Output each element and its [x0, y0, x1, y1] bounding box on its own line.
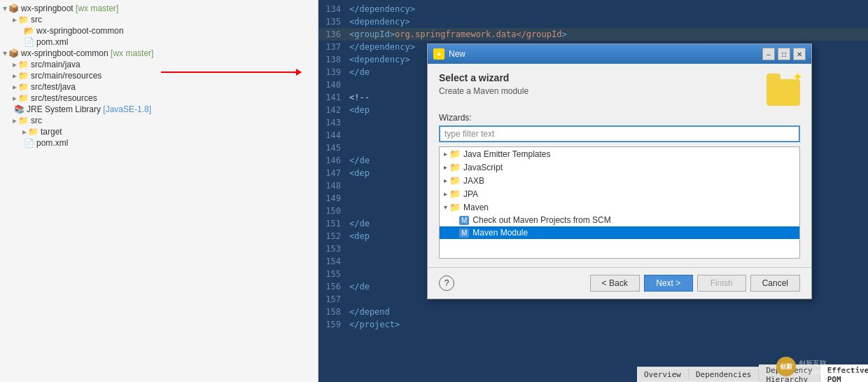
- wizard-group-header[interactable]: ▸📁JavaScript: [440, 161, 799, 174]
- tree-label: wx-springboot-common [wx master]: [21, 48, 153, 58]
- wizard-group-header[interactable]: ▸📁JPA: [440, 187, 799, 200]
- wizard-group-header[interactable]: ▾📁Maven: [440, 200, 799, 214]
- tree-item[interactable]: 📄pom.xml: [0, 137, 318, 149]
- tree-label: src/main/java: [31, 60, 80, 69]
- next-button[interactable]: Next >: [644, 275, 693, 292]
- line-number: 139: [318, 66, 346, 79]
- line-number: 141: [318, 91, 346, 104]
- group-chevron: ▸: [444, 177, 447, 184]
- tree-item[interactable]: ▸ 📁src: [0, 14, 318, 25]
- watermark: 创新 创新互联 CHUANGANG KEJI LIAN: [776, 357, 862, 376]
- line-number: 147: [318, 167, 346, 179]
- tree-label: JRE System Library [JavaSE-1.8]: [27, 104, 151, 114]
- dialog-titlebar: ✦ New – □ ✕: [428, 44, 811, 64]
- tree-item[interactable]: 📚JRE System Library [JavaSE-1.8]: [0, 104, 318, 115]
- group-folder-icon: 📁: [449, 202, 461, 212]
- code-line: 158 </depend: [318, 306, 868, 318]
- finish-button[interactable]: Finish: [697, 275, 746, 292]
- wizard-list: ▸📁Java Emitter Templates▸📁JavaScript▸📁JA…: [439, 146, 800, 259]
- tree-label: wx-springboot-common: [36, 26, 124, 36]
- line-number: 153: [318, 243, 346, 255]
- file-icon: 📄: [24, 37, 34, 47]
- tree-chevron: ▸: [13, 71, 17, 81]
- tree-item[interactable]: 📂wx-springboot-common: [0, 25, 318, 36]
- line-number: 155: [318, 268, 346, 280]
- tree-chevron: ▸: [13, 93, 17, 103]
- line-number: 158: [318, 306, 346, 318]
- tree-item[interactable]: ▾ 📦wx-springboot [wx master]: [0, 3, 318, 14]
- group-folder-icon: 📁: [449, 162, 461, 172]
- watermark-subtext: CHUANGANG KEJI LIAN: [799, 369, 862, 375]
- tree-item[interactable]: ▸ 📁src/main/java: [0, 59, 318, 70]
- code-line: 136 <groupId>org.springframework.data</g…: [318, 28, 868, 41]
- close-button[interactable]: ✕: [793, 48, 806, 60]
- wizard-group-header[interactable]: ▸📁JAXB: [440, 174, 799, 187]
- wizard-header-icon: ✦: [766, 72, 800, 106]
- line-content: <groupId>org.springframework.data</group…: [346, 28, 868, 41]
- wizard-item-icon: M: [459, 228, 469, 238]
- group-folder-icon: 📁: [449, 189, 461, 199]
- wizard-group: ▸📁JPA: [440, 187, 799, 200]
- line-content: <dependency>: [346, 15, 868, 28]
- tree-chevron: ▾: [3, 48, 7, 58]
- line-number: 146: [318, 154, 346, 167]
- group-label: Java Emitter Templates: [463, 149, 551, 159]
- wizard-filter-input[interactable]: [439, 125, 800, 142]
- tree-label: src: [31, 116, 42, 125]
- tree-item[interactable]: ▸ 📁src/test/resources: [0, 93, 318, 104]
- wizard-group-header[interactable]: ▸📁Java Emitter Templates: [440, 147, 799, 161]
- file-tree: ▾ 📦wx-springboot [wx master]▸ 📁src📂wx-sp…: [0, 0, 318, 382]
- tree-item[interactable]: 📄pom.xml: [0, 36, 318, 48]
- code-line: 134 </dependency>: [318, 3, 868, 15]
- folder-icon: 📁: [18, 15, 29, 25]
- tree-item[interactable]: ▸ 📁src: [0, 115, 318, 126]
- group-label: JPA: [463, 189, 478, 199]
- wizard-item[interactable]: MCheck out Maven Projects from SCM: [440, 214, 799, 226]
- line-number: 148: [318, 179, 346, 192]
- group-chevron: ▸: [444, 150, 447, 158]
- back-button[interactable]: < Back: [590, 275, 640, 292]
- tree-chevron: ▸: [13, 116, 17, 125]
- line-number: 138: [318, 53, 346, 66]
- module-icon: 📂: [24, 26, 34, 36]
- line-number: 154: [318, 255, 346, 268]
- wizard-item[interactable]: MMaven Module: [440, 226, 799, 239]
- tree-item[interactable]: ▾ 📦wx-springboot-common [wx master]: [0, 48, 318, 59]
- tree-chevron: ▸: [22, 127, 27, 137]
- tree-label: target: [41, 127, 62, 137]
- group-folder-icon: 📁: [449, 149, 461, 159]
- line-number: 149: [318, 192, 346, 205]
- line-number: 156: [318, 280, 346, 293]
- tree-item[interactable]: ▸ 📁target: [0, 126, 318, 137]
- code-line: 135 <dependency>: [318, 15, 868, 28]
- minimize-button[interactable]: –: [762, 48, 775, 60]
- wizard-group: ▸📁JAXB: [440, 174, 799, 187]
- dialog-icon: ✦: [433, 48, 444, 60]
- maximize-button[interactable]: □: [778, 48, 790, 60]
- line-number: 143: [318, 116, 346, 129]
- tree-chevron: ▾: [3, 4, 7, 13]
- folder-icon: 📁: [18, 71, 29, 81]
- dialog-description: Create a Maven module: [439, 86, 528, 96]
- tree-chevron: ▸: [13, 60, 17, 69]
- help-button[interactable]: ?: [439, 275, 454, 291]
- wizards-label: Wizards:: [439, 113, 800, 123]
- group-label: JavaScript: [463, 163, 503, 172]
- bottom-tab[interactable]: Overview: [637, 369, 689, 381]
- group-folder-icon: 📁: [449, 175, 461, 186]
- group-chevron: ▾: [444, 203, 447, 211]
- new-wizard-dialog: ✦ New – □ ✕ Select a wizard Create a Mav…: [427, 43, 812, 299]
- red-arrow: [161, 71, 301, 73]
- code-line: 159</project>: [318, 318, 868, 331]
- line-content: </dependency>: [346, 3, 868, 15]
- folder-icon: 📁: [18, 93, 29, 103]
- line-number: 135: [318, 15, 346, 28]
- tree-item[interactable]: ▸ 📁src/test/java: [0, 81, 318, 93]
- cancel-button[interactable]: Cancel: [750, 275, 800, 292]
- line-number: 157: [318, 293, 346, 306]
- line-number: 140: [318, 79, 346, 91]
- wizard-group: ▾📁MavenMCheck out Maven Projects from SC…: [440, 200, 799, 239]
- folder-icon: 📁: [18, 116, 29, 125]
- bottom-tab[interactable]: Dependencies: [689, 369, 759, 381]
- line-content: </depend: [346, 306, 868, 318]
